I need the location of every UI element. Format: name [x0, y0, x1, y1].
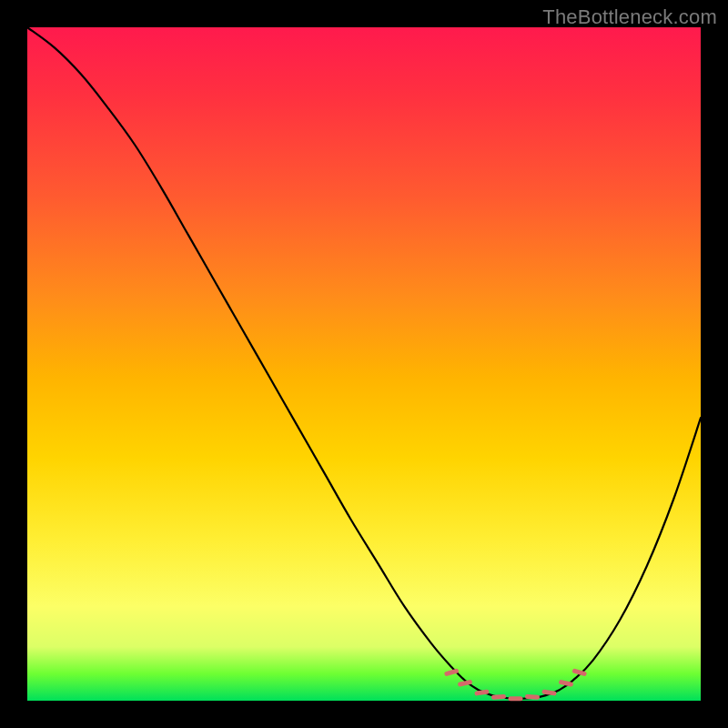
svg-line-1 [460, 682, 470, 684]
optimal-marker [544, 692, 554, 693]
svg-line-7 [561, 682, 571, 684]
optimal-marker [561, 682, 571, 684]
svg-line-5 [528, 697, 538, 698]
optimal-range-markers [447, 671, 584, 698]
svg-line-3 [494, 697, 504, 698]
curve-layer [27, 27, 701, 701]
watermark-text: TheBottleneck.com [542, 5, 717, 29]
optimal-marker [575, 671, 585, 673]
svg-line-0 [447, 671, 457, 673]
svg-line-2 [477, 692, 487, 693]
plot-area [27, 27, 701, 701]
optimal-marker [460, 682, 470, 684]
optimal-marker [477, 692, 487, 693]
chart-frame: TheBottleneck.com [0, 0, 728, 728]
optimal-marker [528, 697, 538, 698]
optimal-marker [447, 671, 457, 673]
svg-line-8 [575, 671, 585, 673]
svg-line-6 [544, 692, 554, 693]
optimal-marker [494, 697, 504, 698]
bottleneck-curve [27, 27, 701, 699]
